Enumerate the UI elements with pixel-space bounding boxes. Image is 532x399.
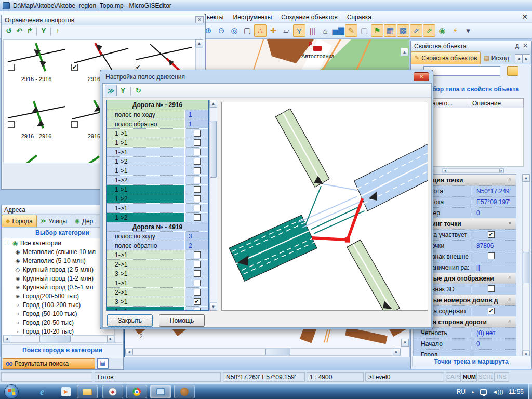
lane-link-checkbox[interactable]: ✔ xyxy=(194,298,201,305)
type-col-description[interactable]: Описание xyxy=(469,98,524,108)
turn-restriction-item[interactable]: 2916 - 2916 xyxy=(6,98,67,139)
prop-scroll-up[interactable]: ▲ xyxy=(522,174,530,182)
tree-hscroll-thumb[interactable] xyxy=(39,336,71,342)
tree-item[interactable]: −◉Все категории xyxy=(3,238,115,247)
menu-item-1[interactable]: Инструменты xyxy=(229,11,277,21)
map-hscrollbar[interactable]: ◄ ► xyxy=(125,348,401,356)
lane-link-checkbox[interactable] xyxy=(194,130,201,137)
tab-search-results[interactable]: oo Результаты поиска xyxy=(3,358,95,369)
turn-checkbox[interactable]: ✔ xyxy=(71,64,78,71)
lane-link-checkbox[interactable] xyxy=(194,167,201,174)
lane-count-value[interactable]: 1 xyxy=(184,119,208,128)
undo-restriction-icon[interactable]: ↶ xyxy=(14,26,24,37)
taskbar-ie-icon[interactable]: e xyxy=(33,385,51,398)
lane-link-checkbox[interactable] xyxy=(194,289,201,296)
lane-link-checkbox[interactable] xyxy=(194,139,201,146)
tree-item[interactable]: ◉Город(200-500 тыс) xyxy=(3,291,115,300)
property-checkbox[interactable]: ✔ xyxy=(488,231,495,238)
select-icon[interactable]: ▢ xyxy=(241,24,254,37)
map-viewport-top[interactable]: P Автостоянка ▲ xyxy=(206,39,409,70)
taskbar-chrome-button[interactable] xyxy=(126,385,147,398)
turn-panel-close-icon[interactable]: ✕ xyxy=(195,16,204,23)
collapse-chevron-icon[interactable]: « xyxy=(508,320,513,323)
turn-restriction-icon[interactable]: ↱ xyxy=(24,26,35,37)
lane-link-checkbox[interactable] xyxy=(194,149,201,155)
tree-item[interactable]: ∘Город (10-20 тыс) xyxy=(3,327,115,335)
properties-scrollbar[interactable]: ▲ ▼ xyxy=(522,174,530,358)
lightning-icon[interactable]: ⚡ xyxy=(449,24,461,37)
lane-count-value[interactable]: 3 xyxy=(184,232,208,241)
property-value[interactable]: 87806 xyxy=(473,241,516,251)
property-value[interactable]: E57°09.197' xyxy=(473,197,516,207)
home-icon[interactable]: ⌂ xyxy=(319,24,331,37)
copy-shape-icon[interactable]: ▱ xyxy=(280,24,292,37)
tree-hscrollbar[interactable]: ◄ ► xyxy=(3,335,115,343)
lane-link-checkbox[interactable] xyxy=(194,177,201,183)
start-button[interactable] xyxy=(4,384,19,399)
collapse-chevron-icon[interactable]: « xyxy=(508,276,513,280)
object-search-input[interactable] xyxy=(423,66,500,76)
track-points-footer[interactable]: Точки трека и маршрута xyxy=(412,356,530,367)
tree-item[interactable]: ○Город (100-200 тыс) xyxy=(3,300,115,309)
menu-item-2[interactable]: Создание объектов xyxy=(276,11,342,21)
lane-link-checkbox[interactable] xyxy=(194,280,201,286)
mini-scroll-left[interactable]: ◄ xyxy=(443,169,447,172)
property-value[interactable]: N50°17.249' xyxy=(473,186,516,196)
property-checkbox[interactable]: ✔ xyxy=(488,308,495,314)
fork-icon[interactable]: Y xyxy=(117,85,129,96)
lane-table-scrollbar[interactable]: ▲ ▼ xyxy=(209,100,217,311)
zoom-area-icon[interactable]: ◎ xyxy=(228,24,241,37)
globe-icon[interactable]: ◉ xyxy=(436,24,448,37)
tray-expand-icon[interactable]: ▲ xyxy=(471,390,475,394)
turn-checkbox[interactable] xyxy=(71,121,78,128)
tree-item[interactable]: ○Город (20-50 тыс) xyxy=(3,318,115,327)
turn-scroll-up[interactable]: ▲ xyxy=(195,39,203,47)
speaker-icon[interactable]: ◄))) xyxy=(492,389,503,395)
flag-icon[interactable]: ⚑ xyxy=(371,24,383,37)
up-arrow-icon[interactable]: ↑ xyxy=(52,26,63,37)
tree-item[interactable]: ◉Крупный город (0.5-1 мл xyxy=(3,283,115,291)
chart-up-icon[interactable]: ⇗ xyxy=(410,24,422,37)
show-desktop-button[interactable] xyxy=(528,384,532,399)
overflow-icon[interactable]: ▾ xyxy=(462,24,474,37)
lane-scroll-down[interactable]: ▼ xyxy=(209,303,217,311)
lanes-icon[interactable]: ||| xyxy=(306,24,318,37)
pan-icon[interactable]: ✚ xyxy=(267,24,280,37)
map-vscroll-down[interactable]: ▼ xyxy=(401,339,409,347)
tree-item[interactable]: ◇Крупный город (2-5 млн) xyxy=(3,265,115,274)
type-list-hscrollbar[interactable]: ◄ ► xyxy=(442,168,504,173)
add-fork-icon[interactable]: Y xyxy=(38,26,49,37)
edit-nodes-icon[interactable]: ∴ xyxy=(254,24,267,37)
turn-checkbox[interactable] xyxy=(8,121,15,128)
tab-source[interactable]: ▤Исход xyxy=(481,52,512,64)
lane-link-checkbox[interactable] xyxy=(194,214,201,221)
results-list-button[interactable]: ▤ xyxy=(97,358,109,369)
tree-expander-icon[interactable]: − xyxy=(5,241,9,245)
property-checkbox[interactable] xyxy=(488,285,495,292)
tree-hscroll-right[interactable]: ► xyxy=(107,336,114,342)
lane-link-checkbox[interactable] xyxy=(194,270,201,277)
refresh-icon[interactable]: ↻ xyxy=(132,85,144,96)
collapse-chevron-icon[interactable]: « xyxy=(508,222,513,225)
language-indicator[interactable]: RU xyxy=(457,388,466,395)
tree-item[interactable]: ○Город (50-100 тыс) xyxy=(3,309,115,318)
lane-link-checkbox[interactable] xyxy=(194,205,201,211)
select-rect-icon[interactable]: ▢ xyxy=(358,24,370,37)
lane-link-checkbox[interactable] xyxy=(194,195,201,202)
tab-object-properties[interactable]: ✎Свойства объектов xyxy=(411,51,481,64)
map-hscroll-thumb[interactable] xyxy=(265,349,290,355)
tree-hscroll-left[interactable]: ◄ xyxy=(3,336,10,342)
lane-links-icon[interactable]: ≫ xyxy=(105,85,117,96)
tab-streets[interactable]: ≫Улицы xyxy=(37,215,72,228)
collapse-chevron-icon[interactable]: « xyxy=(508,298,513,301)
taskbar-compass-app-button[interactable]: ◆ xyxy=(102,385,123,398)
lane-scroll-thumb[interactable] xyxy=(210,121,217,178)
properties-close-icon[interactable]: ✕ xyxy=(523,42,528,49)
property-value[interactable]: 0 xyxy=(473,339,516,349)
tab-cities[interactable]: ◆Города xyxy=(2,215,37,227)
turn-restriction-item[interactable]: 2916 - 2916 xyxy=(6,41,67,82)
map-vscroll-up[interactable]: ▲ xyxy=(401,48,408,56)
mini-scroll-right[interactable]: ► xyxy=(499,169,504,172)
lane-scroll-up[interactable]: ▲ xyxy=(209,100,217,108)
map-hscroll-right[interactable]: ► xyxy=(393,349,401,355)
